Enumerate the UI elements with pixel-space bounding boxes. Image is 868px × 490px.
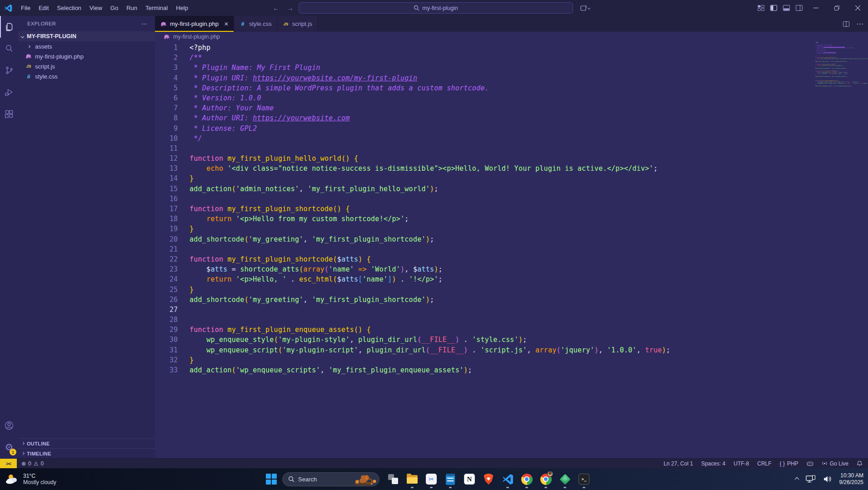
timeline-section[interactable]: TIMELINE bbox=[18, 448, 155, 458]
code-line[interactable]: /** bbox=[190, 53, 868, 63]
tab-my-first-plugin.php[interactable]: my-first-plugin.php✕ bbox=[155, 16, 234, 32]
start-button[interactable] bbox=[266, 474, 277, 485]
line-number[interactable]: 22 bbox=[155, 254, 178, 264]
code-line[interactable]: } bbox=[190, 173, 868, 183]
search-icon[interactable] bbox=[0, 38, 18, 59]
menu-file[interactable]: File bbox=[17, 0, 35, 16]
chrome-profile-icon[interactable] bbox=[539, 472, 552, 486]
line-number[interactable]: 11 bbox=[155, 144, 178, 153]
cast-display-icon[interactable] bbox=[806, 475, 816, 483]
line-number[interactable]: 7 bbox=[155, 103, 178, 113]
line-number[interactable]: 30 bbox=[155, 335, 178, 345]
code-line[interactable] bbox=[190, 194, 868, 204]
tab-script.js[interactable]: JSscript.js bbox=[277, 16, 318, 32]
breadcrumb[interactable]: my-first-plugin.php bbox=[155, 32, 868, 42]
code-line[interactable]: function my_first_plugin_shortcode() { bbox=[190, 204, 868, 214]
line-number[interactable]: 8 bbox=[155, 113, 178, 123]
snipping-tool-icon[interactable]: ✂ bbox=[425, 472, 438, 486]
line-number[interactable]: 14 bbox=[155, 173, 178, 183]
terminal-icon[interactable]: >_ bbox=[578, 472, 590, 486]
tree-item-script.js[interactable]: JSscript.js bbox=[18, 61, 155, 71]
line-number[interactable]: 29 bbox=[155, 325, 178, 335]
encoding[interactable]: UTF-8 bbox=[733, 460, 749, 467]
explorer-icon[interactable] bbox=[0, 16, 18, 38]
code-line[interactable]: function my_first_plugin_shortcode($atts… bbox=[190, 254, 868, 264]
copilot-status-icon[interactable] bbox=[807, 461, 813, 466]
line-number[interactable]: 3 bbox=[155, 63, 178, 73]
tray-chevron-up-icon[interactable] bbox=[794, 477, 799, 481]
file-explorer-icon[interactable] bbox=[406, 472, 419, 486]
line-number[interactable]: 20 bbox=[155, 234, 178, 244]
code-line[interactable]: function my_first_plugin_hello_world() { bbox=[190, 153, 868, 163]
code-line[interactable]: return '<p>Hello from my custom shortcod… bbox=[190, 214, 868, 224]
line-number[interactable]: 23 bbox=[155, 264, 178, 274]
code-line[interactable]: * Plugin Name: My First Plugin bbox=[190, 63, 868, 73]
code-line[interactable]: add_shortcode('my_greeting', 'my_first_p… bbox=[190, 234, 868, 244]
chrome-icon[interactable] bbox=[520, 472, 533, 486]
menu-help[interactable]: Help bbox=[172, 0, 192, 16]
line-number[interactable]: 18 bbox=[155, 214, 178, 224]
code-line[interactable]: wp_enqueue_style('my-plugin-style', plug… bbox=[190, 335, 868, 345]
line-number[interactable]: 31 bbox=[155, 345, 178, 355]
code-line[interactable]: * License: GPL2 bbox=[190, 124, 868, 134]
line-number[interactable]: 28 bbox=[155, 315, 178, 325]
menu-edit[interactable]: Edit bbox=[35, 0, 53, 16]
line-number[interactable]: 1 bbox=[155, 43, 178, 53]
system-clock[interactable]: 10:30 AM 9/26/2025 bbox=[839, 472, 863, 486]
restore-button[interactable] bbox=[826, 0, 847, 16]
tree-item-style.css[interactable]: #style.css bbox=[18, 71, 155, 81]
settings-gear-icon[interactable]: ⚙1 bbox=[0, 436, 18, 458]
source-control-icon[interactable] bbox=[0, 59, 18, 81]
back-arrow-icon[interactable]: ← bbox=[273, 4, 279, 12]
explorer-more-actions-icon[interactable]: ⋯ bbox=[141, 20, 148, 27]
code-line[interactable]: } bbox=[190, 355, 868, 365]
code-line[interactable]: * Version: 1.0.0 bbox=[190, 93, 868, 103]
notepad-icon[interactable] bbox=[444, 472, 457, 486]
green-diamond-app-icon[interactable] bbox=[559, 472, 571, 486]
split-editor-icon[interactable] bbox=[843, 21, 849, 27]
line-number[interactable]: 2 bbox=[155, 53, 178, 63]
overlapping-windows-app-icon[interactable] bbox=[387, 472, 399, 486]
menu-run[interactable]: Run bbox=[122, 0, 141, 16]
line-number[interactable]: 9 bbox=[155, 124, 178, 134]
line-number[interactable]: 21 bbox=[155, 244, 178, 254]
extensions-icon[interactable] bbox=[0, 103, 18, 125]
indentation[interactable]: Spaces: 4 bbox=[701, 460, 725, 467]
squirrel-widget-image[interactable] bbox=[352, 473, 379, 486]
code-line[interactable] bbox=[190, 315, 868, 325]
language-mode[interactable]: { }PHP bbox=[780, 460, 798, 467]
notion-icon[interactable]: N bbox=[463, 472, 476, 486]
code-line[interactable]: function my_first_plugin_enqueue_assets(… bbox=[190, 325, 868, 335]
line-number[interactable]: 33 bbox=[155, 365, 178, 375]
weather-widget[interactable]: 31°C Mostly cloudy bbox=[5, 468, 56, 490]
line-number[interactable]: 16 bbox=[155, 194, 178, 204]
code-line[interactable]: <?php bbox=[190, 43, 868, 53]
line-number[interactable]: 24 bbox=[155, 274, 178, 284]
line-number[interactable]: 13 bbox=[155, 163, 178, 173]
line-number[interactable]: 12 bbox=[155, 153, 178, 163]
line-number[interactable]: 27 bbox=[155, 305, 178, 315]
line-number[interactable]: 15 bbox=[155, 184, 178, 194]
tree-item-my-first-plugin.php[interactable]: my-first-plugin.php bbox=[18, 51, 155, 61]
tree-item-assets[interactable]: assets bbox=[18, 41, 155, 51]
menu-go[interactable]: Go bbox=[106, 0, 122, 16]
menu-terminal[interactable]: Terminal bbox=[141, 0, 172, 16]
code-line[interactable]: * Author URI: https://yourwebsite.com bbox=[190, 113, 868, 123]
cursor-position[interactable]: Ln 27, Col 1 bbox=[663, 460, 693, 467]
volume-icon[interactable] bbox=[823, 475, 832, 483]
notifications-bell-icon[interactable] bbox=[857, 460, 863, 466]
problems-errors[interactable]: ⊗0 bbox=[21, 460, 31, 467]
run-debug-icon[interactable] bbox=[0, 81, 18, 103]
code-line[interactable]: return '<p>Hello, ' . esc_html($atts['na… bbox=[190, 274, 868, 284]
taskbar-search[interactable]: Search bbox=[282, 472, 379, 486]
line-number[interactable]: 26 bbox=[155, 295, 178, 305]
remote-indicator[interactable]: >< bbox=[0, 459, 17, 469]
eol-sequence[interactable]: CRLF bbox=[757, 460, 771, 467]
close-button[interactable] bbox=[847, 0, 868, 16]
menu-view[interactable]: View bbox=[85, 0, 106, 16]
line-number[interactable]: 19 bbox=[155, 224, 178, 234]
code-line[interactable] bbox=[190, 244, 868, 254]
code-area[interactable]: 1234567891011121314151617181920212223242… bbox=[155, 42, 868, 458]
account-icon[interactable] bbox=[0, 415, 18, 436]
code-line[interactable]: } bbox=[190, 285, 868, 295]
